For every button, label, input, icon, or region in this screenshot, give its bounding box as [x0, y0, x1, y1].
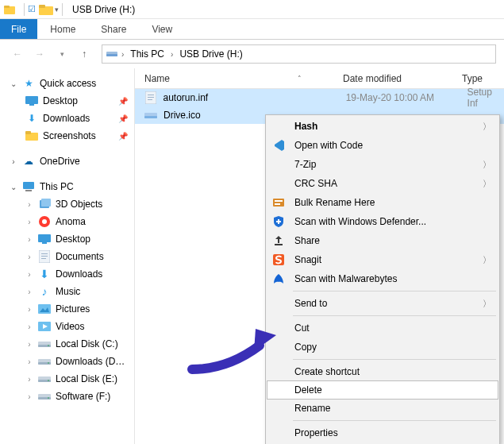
menu-item[interactable]: Scan with Malwarebytes — [267, 269, 498, 288]
sidebar-item-label: Software (F:) — [56, 391, 110, 402]
sidebar-item[interactable]: ›Pictures — [5, 300, 134, 318]
sidebar-item[interactable]: ›Documents — [5, 248, 134, 265]
recent-locations-button[interactable]: ▾ — [52, 44, 71, 64]
blank-icon — [271, 176, 287, 191]
svg-rect-43 — [144, 116, 157, 118]
music-icon: ♪ — [38, 285, 51, 298]
chevron-right-icon[interactable]: › — [171, 50, 173, 59]
sidebar-quick-access[interactable]: ⌄ ★ Quick access — [5, 75, 134, 92]
chevron-right-icon[interactable]: › — [121, 50, 124, 59]
sidebar-item-label: Desktop — [56, 234, 90, 245]
menu-item-label: Create shortcut — [294, 366, 491, 377]
sidebar-item-label: Local Disk (E:) — [56, 373, 117, 384]
up-button[interactable]: ↑ — [75, 44, 94, 64]
sidebar-this-pc[interactable]: ⌄ This PC — [5, 178, 134, 195]
disk-icon — [38, 355, 51, 368]
sidebar-item-downloads[interactable]: ⬇ Downloads 📌 — [5, 110, 134, 127]
menu-item-delete[interactable]: Delete — [267, 380, 498, 400]
defender-icon — [271, 214, 287, 229]
tab-share[interactable]: Share — [88, 19, 139, 39]
computer-icon — [22, 180, 35, 193]
caret-right-icon: › — [25, 235, 33, 244]
file-type: Setup Inf — [467, 87, 504, 109]
svg-rect-47 — [275, 203, 280, 205]
sidebar-item-desktop[interactable]: Desktop 📌 — [5, 92, 134, 110]
tab-home[interactable]: Home — [37, 19, 88, 39]
menu-item-cut[interactable]: Cut — [267, 319, 498, 338]
sidebar-item-label: Quick access — [40, 78, 96, 89]
column-header-name[interactable]: Name ˄ — [135, 73, 333, 84]
menu-separator — [293, 291, 496, 291]
breadcrumb-this-pc[interactable]: This PC — [127, 48, 167, 60]
caret-right-icon: › — [25, 305, 33, 314]
menu-item-rename[interactable]: Rename — [267, 399, 498, 418]
menu-item-label: Bulk Rename Here — [294, 197, 491, 208]
sort-ascending-icon: ˄ — [298, 75, 302, 83]
sidebar-onedrive[interactable]: › ☁ OneDrive — [5, 153, 134, 170]
star-icon: ★ — [22, 77, 35, 90]
sidebar-item[interactable]: ›Software (F:) — [5, 388, 134, 405]
downloads-icon: ⬇ — [38, 268, 51, 280]
menu-item-send-to[interactable]: Send to〉 — [267, 294, 498, 313]
menu-item[interactable]: 7-Zip〉 — [267, 155, 498, 174]
pin-icon: 📌 — [118, 132, 128, 141]
documents-icon — [38, 250, 51, 263]
tab-view[interactable]: View — [139, 19, 185, 39]
menu-item-copy[interactable]: Copy — [267, 338, 498, 357]
svg-rect-49 — [276, 221, 281, 222]
sidebar-item-label: This PC — [40, 181, 74, 192]
sidebar-item-label: Downloads (D… — [56, 356, 125, 367]
svg-marker-44 — [275, 140, 284, 151]
qat-dropdown-icon[interactable]: ▾ — [55, 6, 59, 14]
menu-item[interactable]: Snagit〉 — [267, 250, 498, 269]
qat-checkbox-icon[interactable]: ☑ — [28, 4, 36, 14]
caret-down-icon: ⌄ — [10, 79, 17, 88]
menu-item-label: Share — [294, 235, 491, 246]
svg-rect-9 — [25, 131, 31, 134]
file-row-autorun[interactable]: autorun.inf 19-May-20 10:00 AM Setup Inf — [135, 89, 504, 106]
downloads-icon: ⬇ — [25, 112, 38, 125]
sidebar-item[interactable]: ›Downloads (D… — [5, 353, 134, 370]
back-button[interactable]: ← — [8, 44, 27, 64]
address-bar[interactable]: › This PC › USB Drive (H:) — [102, 44, 496, 64]
sidebar-item[interactable]: ›Desktop — [5, 230, 134, 248]
menu-item[interactable]: CRC SHA〉 — [267, 174, 498, 193]
menu-item[interactable]: Scan with Windows Defender... — [267, 212, 498, 231]
sidebar-item-label: 3D Objects — [56, 199, 102, 210]
svg-point-28 — [48, 345, 49, 346]
qat-folder-icon[interactable] — [39, 4, 53, 15]
svg-rect-50 — [275, 244, 283, 245]
menu-item[interactable]: Bulk Rename Here — [267, 193, 498, 212]
sidebar-item[interactable]: ›Local Disk (E:) — [5, 370, 134, 388]
breadcrumb-usb-drive[interactable]: USB Drive (H:) — [176, 48, 245, 60]
forward-button[interactable]: → — [30, 44, 49, 64]
svg-rect-46 — [275, 200, 283, 202]
desktop-icon — [25, 95, 38, 107]
menu-item-create-shortcut[interactable]: Create shortcut — [267, 362, 498, 381]
pin-icon: 📌 — [118, 114, 128, 123]
svg-point-31 — [48, 362, 49, 364]
sidebar-item[interactable]: ›3D Objects — [5, 195, 134, 213]
sidebar-item[interactable]: ›Local Disk (C:) — [5, 335, 134, 353]
menu-item[interactable]: Share — [267, 231, 498, 250]
svg-rect-10 — [23, 182, 34, 189]
sidebar-item-label: Documents — [56, 251, 104, 262]
menu-item-label: Open with Code — [294, 140, 491, 151]
menu-item-properties[interactable]: Properties — [267, 423, 498, 442]
menu-item[interactable]: Hash〉 — [267, 117, 498, 136]
sidebar-item[interactable]: ›Videos — [5, 318, 134, 335]
sidebar-item[interactable]: ›♪Music — [5, 283, 134, 300]
column-header-type[interactable]: Type — [452, 73, 504, 84]
desktop-icon — [38, 233, 51, 245]
window-title: USB Drive (H:) — [72, 4, 135, 15]
sidebar-item[interactable]: ›Anoma — [5, 213, 134, 230]
file-tab[interactable]: File — [0, 19, 37, 39]
sidebar-item[interactable]: ›⬇Downloads — [5, 265, 134, 283]
menu-item[interactable]: Open with Code — [267, 136, 498, 155]
navigation-bar: ← → ▾ ↑ › This PC › USB Drive (H:) — [0, 40, 504, 68]
sidebar-item-label: Local Disk (C:) — [56, 338, 118, 349]
sidebar-item-screenshots[interactable]: Screenshots 📌 — [5, 127, 134, 145]
menu-item-label: Snagit — [294, 254, 475, 265]
column-header-date[interactable]: Date modified — [333, 73, 452, 84]
svg-rect-45 — [273, 199, 284, 207]
